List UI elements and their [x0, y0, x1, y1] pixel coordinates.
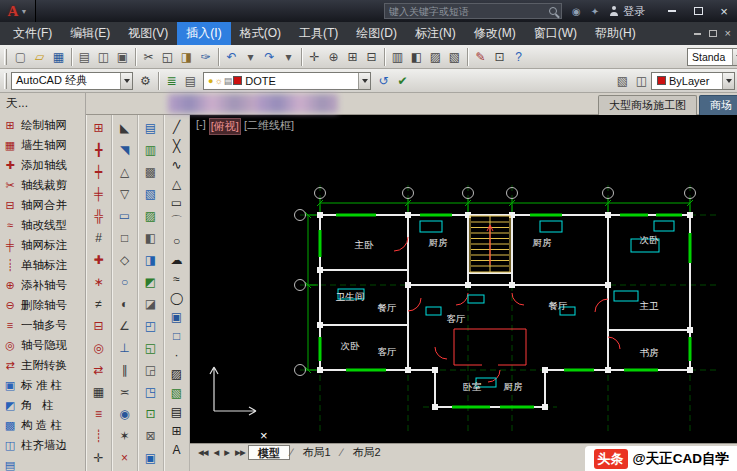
region-icon[interactable]: ▤	[166, 402, 188, 421]
modify-tool-icon[interactable]: ◱	[140, 337, 162, 359]
dim-tool-icon[interactable]: ◇	[114, 249, 136, 271]
axis-tool-icon[interactable]: ▦	[88, 381, 110, 403]
menu-item[interactable]: 格式(O)	[231, 22, 290, 45]
viewport-view-control[interactable]: [俯视]	[209, 118, 241, 135]
sidebar-item[interactable]: ╪轴网标注	[0, 235, 85, 255]
search-input[interactable]	[389, 6, 545, 17]
dim-tool-icon[interactable]: ◣	[114, 117, 136, 139]
modify-tool-icon[interactable]: ⊠	[140, 425, 162, 447]
dim-tool-icon[interactable]: ∠	[114, 315, 136, 337]
sidebar-item[interactable]: ◫柱齐墙边	[0, 435, 85, 455]
search-box[interactable]	[384, 3, 562, 19]
sidebar-item[interactable]: ▣标 准 柱	[0, 375, 85, 395]
modify-tool-icon[interactable]: ▥	[140, 139, 162, 161]
modify-tool-icon[interactable]: ▨	[140, 205, 162, 227]
new-file-icon[interactable]: ▢	[11, 47, 30, 66]
workspace-settings-icon[interactable]: ⚙	[136, 71, 155, 90]
axis-tool-icon[interactable]: ≠	[88, 293, 110, 315]
application-menu-button[interactable]: A ▼	[0, 0, 36, 22]
menu-item[interactable]: 文件(F)	[4, 22, 61, 45]
communication-center-icon[interactable]: ◉	[572, 6, 581, 17]
modify-tool-icon[interactable]: ◰	[140, 315, 162, 337]
ellipse-icon[interactable]: ◯	[166, 288, 188, 307]
drawing-canvas[interactable]: [-][俯视][二维线框]	[190, 115, 737, 443]
modify-tool-icon[interactable]: ◲	[140, 359, 162, 381]
properties-icon[interactable]: ▥	[388, 47, 407, 66]
undo-icon[interactable]: ↶	[222, 47, 241, 66]
toolbar-grip[interactable]	[4, 49, 7, 65]
undo-dropdown-icon[interactable]: ▾	[241, 47, 260, 66]
tab-layout1[interactable]: 布局1	[294, 445, 340, 460]
mtext-icon[interactable]: A	[166, 440, 188, 459]
sidebar-item[interactable]: ⇄主附转换	[0, 355, 85, 375]
exchange-icon[interactable]: ✦	[591, 6, 599, 17]
gradient-icon[interactable]: ▧	[166, 383, 188, 402]
dim-tool-icon[interactable]: ≍	[114, 381, 136, 403]
match-properties-icon[interactable]: ✑	[196, 47, 215, 66]
zoom-window-icon[interactable]: ⊞	[343, 47, 362, 66]
drawing-restore-icon[interactable]	[709, 30, 717, 37]
drawing-close-icon[interactable]: ×	[725, 28, 731, 39]
sidebar-item[interactable]: ┊单轴标注	[0, 255, 85, 275]
sidebar-item[interactable]: ⊕添补轴号	[0, 275, 85, 295]
color-dropdown[interactable]: ByLayer	[651, 72, 735, 90]
dim-tool-icon[interactable]: ✶	[114, 425, 136, 447]
next-layout-button[interactable]: ▶	[221, 448, 232, 457]
revcloud-icon[interactable]: ☁	[166, 250, 188, 269]
sidebar-item[interactable]: ✚添加轴线	[0, 155, 85, 175]
help-icon[interactable]: ?	[509, 47, 528, 66]
redo-dropdown-icon[interactable]: ▾	[279, 47, 298, 66]
publish-icon[interactable]: ▣	[113, 47, 132, 66]
dim-tool-icon[interactable]: ∥	[114, 359, 136, 381]
axis-tool-icon[interactable]: ╪	[88, 183, 110, 205]
axis-tool-icon[interactable]: ◎	[88, 337, 110, 359]
menu-item[interactable]: 窗口(W)	[525, 22, 586, 45]
last-layout-button[interactable]: ▶▶	[232, 448, 248, 457]
axis-tool-icon[interactable]: ∗	[88, 271, 110, 293]
axis-tool-icon[interactable]: #	[88, 227, 110, 249]
axis-tool-icon[interactable]: ╋	[88, 139, 110, 161]
text-style-dropdown[interactable]: Standa	[687, 48, 737, 66]
sheet-set-icon[interactable]: ▧	[445, 47, 464, 66]
sign-in-button[interactable]: 登录	[609, 4, 645, 19]
sidebar-item[interactable]: ✂轴线裁剪	[0, 175, 85, 195]
menu-item[interactable]: 修改(M)	[465, 22, 525, 45]
tab-layout2[interactable]: 布局2	[343, 445, 389, 460]
menu-item[interactable]: 插入(I)	[177, 22, 230, 45]
axis-tool-icon[interactable]: ≡	[88, 403, 110, 425]
drawing-minimize-icon[interactable]	[694, 33, 701, 35]
modify-tool-icon[interactable]: ▧	[140, 183, 162, 205]
layer-make-current-icon[interactable]: ✔	[393, 71, 412, 90]
layer-dropdown[interactable]: ●☼▤ DOTE	[203, 72, 371, 90]
point-icon[interactable]: ·	[166, 345, 188, 364]
dim-tool-icon[interactable]: ×	[114, 447, 136, 469]
quickcalc-icon[interactable]: ⊡	[490, 47, 509, 66]
dim-tool-icon[interactable]: ◥	[114, 139, 136, 161]
menu-item[interactable]: 标注(N)	[406, 22, 465, 45]
workspace-dropdown[interactable]: AutoCAD 经典	[11, 72, 133, 90]
modify-tool-icon[interactable]: ◩	[140, 271, 162, 293]
hatch-icon[interactable]: ▨	[166, 364, 188, 383]
sidebar-item[interactable]: ⊖删除轴号	[0, 295, 85, 315]
sidebar-item[interactable]: ◎轴号隐现	[0, 335, 85, 355]
menu-item[interactable]: 工具(T)	[290, 22, 347, 45]
minimize-button[interactable]	[659, 0, 685, 22]
sidebar-item[interactable]: ▤	[0, 455, 85, 471]
designcenter-icon[interactable]: ◧	[407, 47, 426, 66]
paste-icon[interactable]: ◨	[177, 47, 196, 66]
modify-tool-icon[interactable]: ⊡	[140, 403, 162, 425]
tab-model[interactable]: 模型	[248, 445, 290, 460]
plot-preview-icon[interactable]: ◫	[94, 47, 113, 66]
modify-tool-icon[interactable]: ▩	[140, 161, 162, 183]
sidebar-item[interactable]: ▦墙生轴网	[0, 135, 85, 155]
doc-tab[interactable]: 大型商场施工图	[598, 95, 697, 115]
axis-tool-icon[interactable]: ⊞	[88, 117, 110, 139]
first-layout-button[interactable]: ◀◀	[195, 448, 211, 457]
sidebar-item[interactable]: ⊟轴网合并	[0, 195, 85, 215]
zoom-previous-icon[interactable]: ⊟	[362, 47, 381, 66]
sidebar-item[interactable]: ≈轴改线型	[0, 215, 85, 235]
zoom-realtime-icon[interactable]: ⊕	[324, 47, 343, 66]
axis-tool-icon[interactable]: ✚	[88, 249, 110, 271]
axis-tool-icon[interactable]: ⇄	[88, 359, 110, 381]
polygon-icon[interactable]: △	[166, 174, 188, 193]
